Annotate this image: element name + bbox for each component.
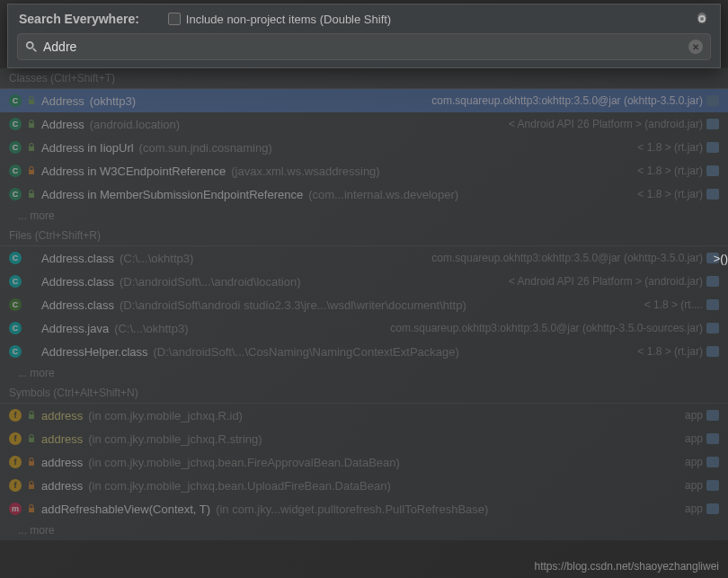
svg-point-0 [27, 42, 33, 49]
popup-title: Search Everywhere: [19, 12, 139, 26]
svg-line-1 [33, 49, 37, 52]
popup-header: Search Everywhere: Include non-project i… [8, 4, 720, 33]
gear-icon[interactable] [695, 12, 709, 26]
search-icon [25, 40, 38, 53]
clear-icon[interactable]: ✕ [688, 40, 703, 54]
include-nonproject-checkbox[interactable]: Include non-project items (Double Shift) [168, 13, 391, 26]
checkbox-label: Include non-project items (Double Shift) [186, 13, 391, 26]
watermark: https://blog.csdn.net/shaoyezhangliwei [535, 560, 719, 573]
search-everywhere-popup: Search Everywhere: Include non-project i… [7, 4, 721, 68]
background-code: >() [714, 252, 728, 265]
checkbox-icon [168, 13, 181, 25]
search-input[interactable]: Addre ✕ [17, 33, 711, 60]
search-query-text: Addre [43, 40, 683, 54]
